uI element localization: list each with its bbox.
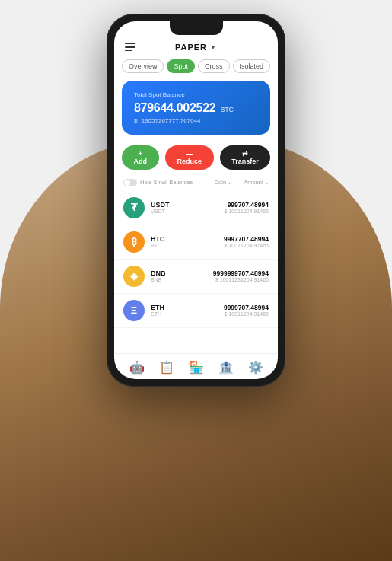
amount-sort-icon: ⌄	[265, 180, 269, 185]
coin-amount-btc: 9997707.48994	[224, 235, 269, 243]
screen-content: PAPER ▼ Overview Spot Cross	[114, 21, 278, 379]
bnb-logo: ◈	[123, 266, 145, 287]
nav-item-market[interactable]: 🏪	[189, 360, 204, 375]
phone-wrapper: PAPER ▼ Overview Spot Cross	[0, 0, 392, 561]
coin-name-usdt: USDT	[151, 209, 225, 214]
coin-name-eth: ETH	[151, 311, 224, 317]
tab-isolated[interactable]: Isolated	[233, 59, 271, 73]
usdt-logo: ₮	[123, 197, 145, 218]
coin-info-btc: BTC BTC	[151, 235, 224, 248]
coin-amounts-bnb: 9999999707.48994 $ 10011231204.91465	[213, 269, 269, 282]
tab-overview[interactable]: Overview	[122, 59, 164, 73]
phone-screen: PAPER ▼ Overview Spot Cross	[114, 21, 278, 379]
coin-usd-btc: $ 10011204.91465	[224, 243, 269, 248]
list-item[interactable]: ₿ BTC BTC 9997707.48994 $ 10011204.91465	[114, 225, 278, 260]
phone-device: PAPER ▼ Overview Spot Cross	[107, 14, 285, 387]
list-item[interactable]: ₮ USDT USDT 999707.48994 $ 10011204.9146…	[114, 191, 278, 225]
coin-list: ₮ USDT USDT 999707.48994 $ 10011204.9146…	[114, 191, 278, 353]
coin-info-bnb: BNB BNB	[151, 269, 213, 282]
tab-spot[interactable]: Spot	[167, 59, 195, 73]
tab-bar: Overview Spot Cross Isolated	[114, 56, 278, 76]
exchange-icon: 🏦	[218, 360, 234, 375]
settings-icon: ⚙️	[248, 360, 263, 375]
coin-name-bnb: BNB	[151, 277, 213, 282]
balance-unit: BTC	[220, 106, 233, 113]
reduce-button[interactable]: — Reduce	[165, 145, 214, 170]
hamburger-menu-icon[interactable]	[125, 43, 135, 52]
coin-amounts-usdt: 999707.48994 $ 10011204.91465	[225, 201, 269, 214]
hamburger-line-2	[125, 46, 135, 48]
balance-amount: 879644.002522 BTC	[134, 101, 258, 115]
coin-amounts-btc: 9997707.48994 $ 10011204.91465	[224, 235, 269, 248]
bottom-navigation: 🤖 📋 🏪 🏦 ⚙️	[114, 353, 278, 379]
nav-item-bot[interactable]: 🤖	[129, 360, 145, 375]
list-item[interactable]: Ξ ETH ETH 9999707.48994 $ 10011204.91465	[114, 294, 278, 328]
coin-symbol-eth: ETH	[151, 304, 224, 311]
coin-usd-bnb: $ 10011231204.91465	[213, 277, 269, 282]
balance-card-label: Total Spot Balance	[134, 91, 258, 98]
coin-symbol-bnb: BNB	[151, 269, 213, 277]
coin-name-btc: BTC	[151, 243, 224, 248]
add-button[interactable]: + Add	[122, 145, 159, 170]
hide-small-toggle[interactable]	[123, 179, 137, 186]
coin-column-header[interactable]: Coin ⌄	[215, 179, 231, 186]
nav-item-settings[interactable]: ⚙️	[248, 360, 263, 375]
nav-item-orders[interactable]: 📋	[159, 360, 174, 375]
coin-usd-eth: $ 10011204.91465	[224, 311, 269, 317]
coin-info-usdt: USDT USDT	[151, 201, 225, 214]
coin-symbol-usdt: USDT	[151, 201, 225, 209]
coin-amount-usdt: 999707.48994	[225, 201, 269, 209]
transfer-button[interactable]: ⇄ Transfer	[220, 145, 270, 170]
action-buttons: + Add — Reduce ⇄ Transfer	[114, 139, 278, 176]
app-header: PAPER ▼	[114, 38, 278, 56]
coin-amounts-eth: 9999707.48994 $ 10011204.91465	[224, 304, 269, 317]
hide-small-label: Hide Small Balances	[140, 179, 193, 186]
list-item[interactable]: ◈ BNB BNB 9999999707.48994 $ 10011231204…	[114, 260, 278, 294]
coin-amount-bnb: 9999999707.48994	[213, 269, 269, 277]
balance-usd: $ 19057267777.767044	[134, 117, 258, 124]
market-icon: 🏪	[189, 360, 204, 375]
coin-usd-usdt: $ 10011204.91465	[225, 209, 269, 214]
phone-notch	[170, 21, 223, 35]
eth-logo: Ξ	[123, 300, 145, 321]
hamburger-line-1	[125, 43, 135, 45]
nav-item-exchange[interactable]: 🏦	[218, 360, 234, 375]
coin-amount-eth: 9999707.48994	[224, 304, 269, 311]
hamburger-line-3	[125, 50, 132, 52]
btc-logo: ₿	[123, 231, 145, 253]
hide-small-balances[interactable]: Hide Small Balances	[123, 179, 215, 186]
coin-sort-icon: ⌄	[228, 180, 231, 185]
balance-card: Total Spot Balance 879644.002522 BTC $ 1…	[122, 81, 270, 135]
account-type-label: PAPER	[175, 43, 207, 52]
header-title[interactable]: PAPER ▼	[175, 43, 217, 52]
list-header: Hide Small Balances Coin ⌄ Amount ⌄	[114, 176, 278, 190]
orders-icon: 📋	[159, 360, 174, 375]
bot-icon: 🤖	[129, 360, 145, 375]
column-headers: Coin ⌄ Amount ⌄	[215, 179, 269, 186]
coin-info-eth: ETH ETH	[151, 304, 224, 317]
chevron-down-icon: ▼	[210, 44, 217, 51]
tab-cross[interactable]: Cross	[198, 59, 230, 73]
amount-column-header[interactable]: Amount ⌄	[244, 179, 269, 186]
coin-symbol-btc: BTC	[151, 235, 224, 243]
